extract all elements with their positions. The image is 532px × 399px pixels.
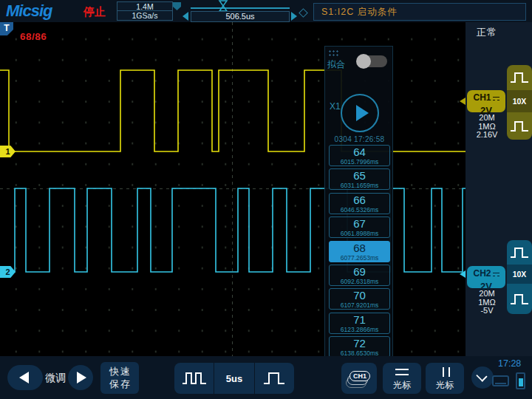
fine-adjust-label: 微调: [45, 372, 66, 385]
sample-rate: 1GSa/s: [117, 11, 172, 20]
waveform-traces: [0, 22, 466, 356]
frame-list: 646015.7996ms656031.1659ms666046.5326ms6…: [329, 145, 390, 361]
frame-item[interactable]: 706107.9201ms: [329, 288, 390, 310]
memory-depth: 1.4M: [117, 2, 172, 11]
vertical-cursors-icon: [440, 367, 452, 379]
chevron-down-icon: [476, 370, 487, 381]
frame-item[interactable]: 686077.2653ms: [329, 241, 390, 262]
ch1-info: 20M 1MΩ 2.16V: [466, 114, 508, 140]
diamond-indicator-icon: [299, 8, 308, 18]
ch2-pulse-up-button[interactable]: [507, 240, 532, 265]
timebase-value[interactable]: 5us: [214, 363, 253, 394]
run-state-label[interactable]: 停止: [83, 5, 106, 19]
trigger-condition-box[interactable]: S1:I2C 启动条件: [313, 3, 526, 21]
ch1-name: CH1: [473, 92, 491, 103]
dc-coupling-icon: [493, 97, 499, 100]
frame-time: 6015.7996ms: [330, 158, 389, 166]
horizontal-cursors-icon: [395, 369, 409, 379]
timebase-zoom-out-button[interactable]: [174, 363, 214, 394]
timebase-slider[interactable]: [191, 7, 290, 9]
collapse-menu-button[interactable]: [471, 366, 494, 389]
frame-index: 70: [330, 289, 389, 301]
ch2-info: 20M 1MΩ -5V: [466, 290, 508, 316]
ch1-pulse-up-button[interactable]: [507, 65, 532, 90]
frame-item[interactable]: 696092.6318ms: [329, 265, 390, 286]
frame-index: 72: [330, 337, 389, 349]
frame-time: 6123.2866ms: [330, 326, 389, 333]
play-button[interactable]: [341, 94, 379, 132]
frame-item[interactable]: 666046.5326ms: [329, 193, 390, 214]
frame-time: 6031.1659ms: [330, 182, 389, 189]
timebase-zoom-in-button[interactable]: [254, 363, 294, 394]
right-sidebar: 正常 10X CH1 2V 20M 1MΩ 2.16V: [466, 22, 532, 356]
frame-item[interactable]: 716123.2866ms: [329, 313, 390, 334]
frame-counter: 68/86: [20, 31, 47, 42]
toggle-knob: [356, 54, 371, 69]
ch2-badge[interactable]: CH2 2V: [467, 266, 505, 288]
acquisition-info-box[interactable]: 1.4M 1GSa/s: [117, 1, 173, 21]
drag-handle-icon[interactable]: [328, 50, 338, 57]
play-icon: [356, 105, 369, 121]
ch1-offset-arrow-icon: [460, 98, 466, 105]
vertical-cursor-button[interactable]: 光标: [426, 363, 464, 394]
ch2-offset-value: -5V: [466, 307, 508, 316]
frame-time: 6107.9201ms: [330, 301, 389, 309]
ch2-probe-column: 10X: [507, 240, 532, 314]
frame-index: 65: [330, 169, 389, 182]
frame-time: 6077.2653ms: [330, 254, 389, 262]
ch2-probe-ratio[interactable]: 10X: [507, 265, 532, 284]
ch1-offset-value: 2.16V: [466, 131, 508, 140]
nav-left-button[interactable]: [7, 365, 43, 390]
range-right-arrow[interactable]: [291, 12, 297, 21]
time-range-box[interactable]: 506.5us: [191, 11, 290, 22]
ch2-pulse-down-button[interactable]: [507, 284, 532, 314]
segment-flag-icon: [173, 2, 181, 10]
single-pulse-icon: [263, 370, 285, 386]
horizontal-cursor-button[interactable]: 光标: [383, 363, 421, 394]
clock: 17:28: [498, 358, 521, 369]
frame-index: 64: [330, 146, 389, 158]
top-bar: Micsig 停止 1.4M 1GSa/s 506.5us S1:I2C 启动条…: [0, 0, 532, 22]
quick-save-button[interactable]: 快速保存: [100, 362, 139, 394]
timebase-group: 5us: [174, 363, 294, 394]
left-arrow-icon: [19, 372, 29, 383]
frame-time: 6046.5326ms: [330, 206, 389, 214]
dc-coupling-icon: [493, 273, 499, 276]
frame-index: 68: [330, 242, 389, 254]
ch1-probe-ratio[interactable]: 10X: [507, 90, 532, 112]
frame-index: 66: [330, 194, 389, 206]
oscilloscope-screen: Micsig 停止 1.4M 1GSa/s 506.5us S1:I2C 启动条…: [0, 0, 532, 399]
trigger-mode-label: 正常: [477, 26, 497, 39]
channel-select-button[interactable]: CH1: [341, 363, 377, 394]
playback-panel: 拟合 X1 0304 17:26:58 646015.7996ms656031.…: [324, 46, 393, 378]
ch1-probe-column: 10X: [507, 65, 532, 140]
ch2-offset-arrow-icon: [460, 270, 466, 278]
frame-item[interactable]: 726138.6530ms: [329, 336, 390, 358]
ch2-bandwidth: 20M: [466, 290, 508, 299]
playback-toggle[interactable]: [356, 54, 387, 69]
ch1-badge[interactable]: CH1 2V: [467, 90, 505, 112]
battery-icon: [516, 372, 525, 389]
right-arrow-icon: [77, 372, 86, 383]
ch2-name: CH2: [473, 268, 491, 279]
channel-select-label: CH1: [349, 371, 370, 381]
frame-time: 6061.8988ms: [330, 230, 389, 237]
nav-right-button[interactable]: [68, 365, 93, 390]
graticule[interactable]: T 68/86 1 2: [0, 22, 466, 356]
double-pulse-icon: [182, 370, 207, 386]
frame-item[interactable]: 656031.1659ms: [329, 168, 390, 190]
frame-index: 67: [330, 217, 389, 230]
display-status-icon: [492, 375, 509, 386]
frame-time: 6092.6318ms: [330, 278, 389, 285]
ch1-bandwidth: 20M: [466, 114, 508, 123]
waveform-stage: T 68/86 1 2 正常 10X CH1 2V: [0, 22, 532, 356]
playback-toggle-label: 拟合: [327, 58, 345, 71]
frame-index: 71: [330, 313, 389, 326]
range-left-arrow[interactable]: [183, 12, 188, 21]
frame-item[interactable]: 676061.8988ms: [329, 216, 390, 238]
frame-index: 69: [330, 265, 389, 278]
brand-logo: Micsig: [6, 1, 52, 21]
frame-item[interactable]: 646015.7996ms: [329, 145, 390, 166]
playback-speed[interactable]: X1: [330, 101, 341, 112]
ch1-pulse-down-button[interactable]: [507, 112, 532, 140]
